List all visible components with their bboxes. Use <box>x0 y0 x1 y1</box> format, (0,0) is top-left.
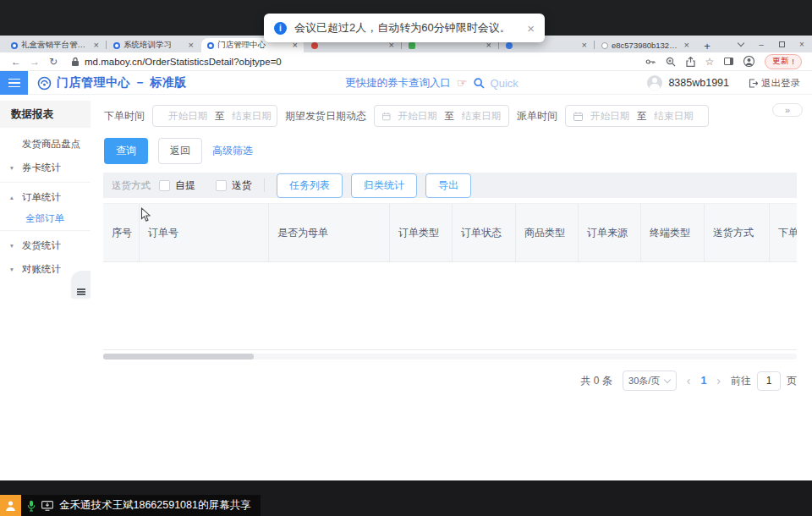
task-list-button[interactable]: 任务列表 <box>277 173 343 198</box>
column-header-terminal-type[interactable]: 终端类型 <box>641 204 705 261</box>
delivery-method-label: 送货方式 <box>112 179 151 192</box>
browser-tab-gift-platform[interactable]: 礼盒营销平台管理中心 × <box>5 38 105 52</box>
quick-search-icon[interactable] <box>474 78 485 89</box>
column-header-delivery-method[interactable]: 送货方式 <box>705 204 770 261</box>
orders-table: 序号 订单号 是否为母单 订单类型 订单状态 商品类型 订单来源 终端类型 送货… <box>103 203 797 350</box>
browser-tab-hash[interactable]: e8c573980b1328a258fd2e6 × <box>595 38 695 52</box>
chrome-update-button[interactable]: 更新 ! <box>765 54 802 69</box>
calendar-icon <box>382 112 391 121</box>
end-date-placeholder: 结束日期 <box>655 110 694 123</box>
sidebar-toggle-button[interactable] <box>0 71 28 95</box>
back-icon[interactable]: ← <box>7 56 25 68</box>
column-header-order-status[interactable]: 订单状态 <box>453 204 516 261</box>
expected-ship-date-range-input[interactable]: 开始日期 至 结束日期 <box>374 105 509 127</box>
current-page-number[interactable]: 1 <box>700 375 706 387</box>
expected-ship-date-label: 期望发货日期动态 <box>285 109 366 124</box>
screen-share-bar: 金禾通技术王斌18662591081的屏幕共享 <box>0 495 261 516</box>
user-avatar <box>647 75 662 91</box>
window-minimize-button[interactable]: – <box>751 36 771 52</box>
prev-page-button[interactable]: ‹ <box>687 374 691 387</box>
new-tab-button[interactable]: + <box>700 39 714 52</box>
window-controls: – × <box>731 36 812 52</box>
goto-page-input[interactable] <box>757 371 781 391</box>
profile-avatar-icon[interactable] <box>743 56 754 67</box>
column-header-order-type[interactable]: 订单类型 <box>390 204 453 261</box>
screen-share-text: 金禾通技术王斌18662591081的屏幕共享 <box>59 498 250 513</box>
info-icon: i <box>274 22 287 35</box>
toast-message: 会议已超过2人，自动转为60分钟限时会议。 <box>294 20 519 36</box>
to-label: 至 <box>637 110 647 123</box>
category-stats-button[interactable]: 归类统计 <box>351 173 417 198</box>
sidebar-item-shipping-stats[interactable]: ▾ 发货统计 <box>0 233 91 257</box>
share-icon[interactable] <box>686 57 695 67</box>
expand-filters-button[interactable]: » <box>772 103 803 117</box>
table-empty-body <box>103 262 797 350</box>
sidebar-item-label: 对账统计 <box>22 263 61 276</box>
delivery-checkbox[interactable] <box>216 180 227 191</box>
key-icon[interactable] <box>645 57 656 67</box>
main-content: 下单时间 开始日期 至 结束日期 期望发货日期动态 开始日期 至 结束日期 派单… <box>91 95 812 480</box>
column-header-index[interactable]: 序号 <box>103 204 140 261</box>
column-header-product-type[interactable]: 商品类型 <box>516 204 579 261</box>
user-zone: 8385wb1991 退出登录 <box>647 71 800 95</box>
window-maximize-button[interactable] <box>771 36 792 52</box>
coupon-query-entry-link[interactable]: 更快捷的券卡查询入口 <box>345 76 451 91</box>
logout-button[interactable]: 退出登录 <box>749 77 800 90</box>
sharer-avatar-icon <box>0 495 21 516</box>
reload-icon[interactable]: ↻ <box>44 56 63 68</box>
pickup-checkbox[interactable] <box>159 180 170 191</box>
bookmark-star-icon[interactable]: ☆ <box>705 57 715 67</box>
back-button[interactable]: 返回 <box>158 138 202 164</box>
search-button[interactable]: 查询 <box>104 138 148 164</box>
microphone-icon <box>27 500 36 512</box>
page-title: 门店管理中心 － 标准版 <box>57 75 187 91</box>
export-button[interactable]: 导出 <box>425 173 471 198</box>
order-time-range-input[interactable]: 开始日期 至 结束日期 <box>152 105 277 127</box>
browser-tab-training[interactable]: 系统培训学习 × <box>107 38 200 52</box>
column-header-order-source[interactable]: 订单来源 <box>579 204 641 261</box>
tab-close-icon[interactable]: × <box>582 41 587 50</box>
tab-close-icon[interactable]: × <box>684 41 689 50</box>
end-date-placeholder: 结束日期 <box>233 110 272 123</box>
pagination: 共 0 条 30条/页 ‹ 1 › 前往 页 <box>580 371 797 391</box>
horizontal-scrollbar-thumb[interactable] <box>103 354 254 360</box>
tab-close-icon[interactable]: × <box>189 41 194 50</box>
sidebar-item-order-stats[interactable]: ▴ 订单统计 <box>0 185 91 209</box>
delivery-checkbox-group[interactable]: 送货 <box>216 178 252 193</box>
browser-action-icons: ☆ 更新 ! <box>645 54 802 69</box>
sidebar-item-all-orders-active[interactable]: 全部订单 <box>0 209 91 228</box>
quick-entry-zone: 更快捷的券卡查询入口 ☞ Quick <box>345 71 518 95</box>
side-panel-icon[interactable] <box>724 58 733 65</box>
sidebar-collapse-handle[interactable] <box>72 271 91 298</box>
order-time-label: 下单时间 <box>104 109 145 124</box>
mouse-cursor <box>140 207 151 222</box>
chevron-down-icon: ▾ <box>10 266 18 273</box>
sidebar-item-shipment-inventory[interactable]: 发货商品盘点 <box>0 132 91 156</box>
window-close-button[interactable]: × <box>792 36 812 52</box>
logout-label: 退出登录 <box>761 77 800 90</box>
filter-row: 下单时间 开始日期 至 结束日期 期望发货日期动态 开始日期 至 结束日期 派单… <box>104 105 709 127</box>
update-label: 更新 <box>772 56 788 67</box>
sidebar-item-label: 券卡统计 <box>22 162 61 174</box>
app-logo-icon <box>37 76 52 91</box>
column-header-order-time[interactable]: 下单时间 <box>770 204 797 261</box>
pickup-checkbox-group[interactable]: 自提 <box>159 178 195 193</box>
quick-label[interactable]: Quick <box>491 77 518 90</box>
advanced-filter-link[interactable]: 高级筛选 <box>212 144 253 158</box>
profile-chevron-icon[interactable] <box>731 36 751 52</box>
zoom-icon[interactable] <box>666 57 676 67</box>
tab-close-icon[interactable]: × <box>94 41 99 50</box>
toast-close-icon[interactable]: × <box>527 22 535 35</box>
column-header-is-parent[interactable]: 是否为母单 <box>269 204 390 261</box>
tab-title: e8c573980b1328a258fd2e6 <box>612 41 681 50</box>
next-page-button[interactable]: › <box>716 374 721 387</box>
sidebar-item-coupon-stats[interactable]: ▾ 券卡统计 <box>0 156 91 179</box>
sidebar-section-data-reports[interactable]: 数据报表 <box>0 101 91 128</box>
column-header-order-number[interactable]: 订单号 <box>140 204 269 261</box>
horizontal-scrollbar-track[interactable] <box>103 354 797 360</box>
forward-icon[interactable]: → <box>25 56 44 68</box>
table-toolbar: 送货方式 自提 送货 任务列表 归类统计 导出 <box>103 173 797 198</box>
address-bar[interactable]: md.maboy.cn/OrderStatisticsDetail?objtyp… <box>85 57 282 67</box>
page-size-select[interactable]: 30条/页 <box>623 371 677 391</box>
dispatch-time-range-input[interactable]: 开始日期 至 结束日期 <box>565 105 709 127</box>
